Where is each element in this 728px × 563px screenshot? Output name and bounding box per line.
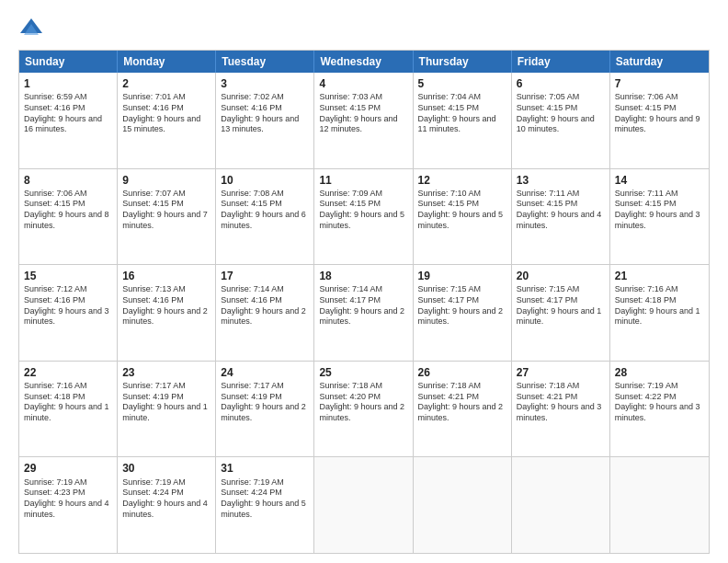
page: SundayMondayTuesdayWednesdayThursdayFrid… (0, 0, 728, 563)
day-number: 9 (122, 173, 210, 188)
day-info: Sunrise: 7:11 AMSunset: 4:15 PMDaylight:… (517, 189, 605, 232)
day-number: 5 (418, 76, 506, 91)
day-cell-11: 11Sunrise: 7:09 AMSunset: 4:15 PMDayligh… (314, 169, 413, 265)
calendar-row-1: 1Sunrise: 6:59 AMSunset: 4:16 PMDaylight… (19, 73, 709, 168)
day-cell-20: 20Sunrise: 7:15 AMSunset: 4:17 PMDayligh… (512, 265, 610, 361)
day-cell-2: 2Sunrise: 7:01 AMSunset: 4:16 PMDaylight… (118, 73, 216, 168)
day-info: Sunrise: 7:18 AMSunset: 4:21 PMDaylight:… (517, 381, 605, 424)
day-cell-23: 23Sunrise: 7:17 AMSunset: 4:19 PMDayligh… (118, 362, 216, 457)
day-info: Sunrise: 7:16 AMSunset: 4:18 PMDaylight:… (24, 381, 112, 424)
day-info: Sunrise: 7:08 AMSunset: 4:15 PMDaylight:… (221, 189, 309, 232)
calendar: SundayMondayTuesdayWednesdayThursdayFrid… (18, 50, 710, 554)
day-info: Sunrise: 7:16 AMSunset: 4:18 PMDaylight:… (615, 284, 704, 327)
day-info: Sunrise: 7:15 AMSunset: 4:17 PMDaylight:… (517, 284, 605, 327)
day-number: 22 (24, 365, 112, 380)
day-cell-28: 28Sunrise: 7:19 AMSunset: 4:22 PMDayligh… (610, 362, 709, 457)
day-number: 1 (24, 76, 112, 91)
header-day-friday: Friday (512, 51, 610, 73)
day-cell-31: 31Sunrise: 7:19 AMSunset: 4:24 PMDayligh… (216, 457, 314, 553)
day-number: 2 (122, 76, 210, 91)
day-info: Sunrise: 7:17 AMSunset: 4:19 PMDaylight:… (221, 381, 309, 424)
header-day-saturday: Saturday (610, 51, 709, 73)
logo (18, 15, 48, 40)
day-number: 18 (319, 269, 407, 283)
day-number: 7 (615, 76, 704, 91)
day-info: Sunrise: 7:19 AMSunset: 4:22 PMDaylight:… (615, 381, 704, 424)
day-number: 12 (418, 173, 506, 188)
header (18, 15, 710, 40)
day-cell-14: 14Sunrise: 7:11 AMSunset: 4:15 PMDayligh… (610, 169, 709, 265)
day-number: 29 (24, 461, 112, 476)
day-number: 26 (418, 365, 506, 380)
day-cell-8: 8Sunrise: 7:06 AMSunset: 4:15 PMDaylight… (19, 169, 118, 265)
header-day-thursday: Thursday (414, 51, 512, 73)
day-number: 8 (24, 173, 112, 188)
day-cell-24: 24Sunrise: 7:17 AMSunset: 4:19 PMDayligh… (216, 362, 314, 457)
day-number: 3 (221, 76, 309, 91)
day-info: Sunrise: 7:02 AMSunset: 4:16 PMDaylight:… (221, 92, 309, 135)
day-info: Sunrise: 7:19 AMSunset: 4:23 PMDaylight:… (24, 477, 112, 521)
day-cell-26: 26Sunrise: 7:18 AMSunset: 4:21 PMDayligh… (414, 362, 512, 457)
day-cell-17: 17Sunrise: 7:14 AMSunset: 4:16 PMDayligh… (216, 265, 314, 361)
day-number: 19 (418, 269, 506, 283)
empty-cell (610, 457, 709, 553)
day-info: Sunrise: 7:12 AMSunset: 4:16 PMDaylight:… (24, 284, 112, 327)
day-info: Sunrise: 7:17 AMSunset: 4:19 PMDaylight:… (122, 381, 210, 424)
day-number: 30 (122, 461, 210, 476)
calendar-row-3: 15Sunrise: 7:12 AMSunset: 4:16 PMDayligh… (19, 264, 709, 361)
calendar-row-4: 22Sunrise: 7:16 AMSunset: 4:18 PMDayligh… (19, 361, 709, 457)
day-cell-16: 16Sunrise: 7:13 AMSunset: 4:16 PMDayligh… (118, 265, 216, 361)
day-cell-6: 6Sunrise: 7:05 AMSunset: 4:15 PMDaylight… (512, 73, 610, 168)
day-cell-18: 18Sunrise: 7:14 AMSunset: 4:17 PMDayligh… (314, 265, 413, 361)
header-day-monday: Monday (118, 51, 216, 73)
day-info: Sunrise: 7:11 AMSunset: 4:15 PMDaylight:… (615, 189, 704, 232)
day-info: Sunrise: 7:03 AMSunset: 4:15 PMDaylight:… (319, 92, 407, 135)
day-number: 17 (221, 269, 309, 283)
day-number: 6 (517, 76, 605, 91)
day-info: Sunrise: 6:59 AMSunset: 4:16 PMDaylight:… (24, 92, 112, 135)
empty-cell (314, 457, 413, 553)
day-number: 14 (615, 173, 704, 188)
day-info: Sunrise: 7:15 AMSunset: 4:17 PMDaylight:… (418, 284, 506, 327)
day-info: Sunrise: 7:18 AMSunset: 4:21 PMDaylight:… (418, 381, 506, 424)
day-cell-9: 9Sunrise: 7:07 AMSunset: 4:15 PMDaylight… (118, 169, 216, 265)
empty-cell (414, 457, 512, 553)
day-number: 21 (615, 269, 704, 283)
day-info: Sunrise: 7:13 AMSunset: 4:16 PMDaylight:… (122, 284, 210, 327)
calendar-row-2: 8Sunrise: 7:06 AMSunset: 4:15 PMDaylight… (19, 168, 709, 265)
day-cell-5: 5Sunrise: 7:04 AMSunset: 4:15 PMDaylight… (414, 73, 512, 168)
day-cell-12: 12Sunrise: 7:10 AMSunset: 4:15 PMDayligh… (414, 169, 512, 265)
calendar-header: SundayMondayTuesdayWednesdayThursdayFrid… (19, 51, 709, 73)
day-cell-19: 19Sunrise: 7:15 AMSunset: 4:17 PMDayligh… (414, 265, 512, 361)
empty-cell (512, 457, 610, 553)
day-cell-29: 29Sunrise: 7:19 AMSunset: 4:23 PMDayligh… (19, 457, 118, 553)
day-number: 16 (122, 269, 210, 283)
day-number: 25 (319, 365, 407, 380)
day-number: 11 (319, 173, 407, 188)
day-number: 10 (221, 173, 309, 188)
day-info: Sunrise: 7:18 AMSunset: 4:20 PMDaylight:… (319, 381, 407, 424)
day-number: 24 (221, 365, 309, 380)
day-number: 27 (517, 365, 605, 380)
day-number: 23 (122, 365, 210, 380)
calendar-row-5: 29Sunrise: 7:19 AMSunset: 4:23 PMDayligh… (19, 456, 709, 553)
header-day-wednesday: Wednesday (314, 51, 413, 73)
day-cell-27: 27Sunrise: 7:18 AMSunset: 4:21 PMDayligh… (512, 362, 610, 457)
logo-icon (18, 15, 44, 40)
day-cell-13: 13Sunrise: 7:11 AMSunset: 4:15 PMDayligh… (512, 169, 610, 265)
day-cell-22: 22Sunrise: 7:16 AMSunset: 4:18 PMDayligh… (19, 362, 118, 457)
day-number: 13 (517, 173, 605, 188)
day-number: 15 (24, 269, 112, 283)
day-info: Sunrise: 7:05 AMSunset: 4:15 PMDaylight:… (517, 92, 605, 135)
day-cell-10: 10Sunrise: 7:08 AMSunset: 4:15 PMDayligh… (216, 169, 314, 265)
day-info: Sunrise: 7:19 AMSunset: 4:24 PMDaylight:… (122, 477, 210, 521)
day-info: Sunrise: 7:10 AMSunset: 4:15 PMDaylight:… (418, 189, 506, 232)
day-cell-1: 1Sunrise: 6:59 AMSunset: 4:16 PMDaylight… (19, 73, 118, 168)
day-cell-4: 4Sunrise: 7:03 AMSunset: 4:15 PMDaylight… (314, 73, 413, 168)
day-cell-30: 30Sunrise: 7:19 AMSunset: 4:24 PMDayligh… (118, 457, 216, 553)
day-info: Sunrise: 7:14 AMSunset: 4:16 PMDaylight:… (221, 284, 309, 327)
day-number: 4 (319, 76, 407, 91)
day-number: 28 (615, 365, 704, 380)
day-info: Sunrise: 7:09 AMSunset: 4:15 PMDaylight:… (319, 189, 407, 232)
header-day-sunday: Sunday (19, 51, 118, 73)
